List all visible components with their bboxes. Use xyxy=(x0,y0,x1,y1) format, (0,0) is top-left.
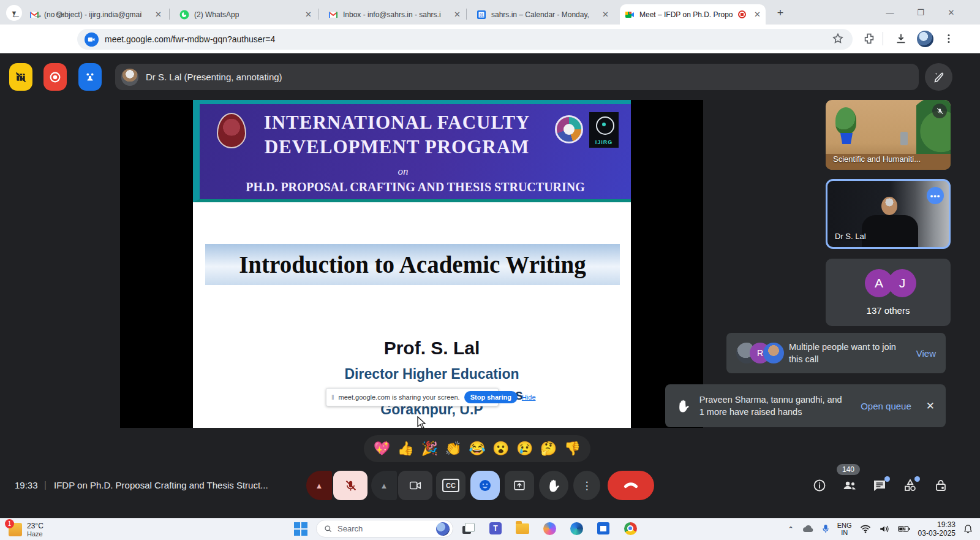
screen-share-toast: ‖ meet.google.com is sharing your screen… xyxy=(326,388,499,406)
society-emblem-logo xyxy=(555,115,583,143)
reaction-heart[interactable]: 💖 xyxy=(374,441,390,457)
screen: ▼ (no subject) - ijirg.india@gmail. ✕ (2… xyxy=(0,0,980,540)
tray-clock[interactable]: 19:33 03-03-2025 xyxy=(918,520,956,538)
camera-button[interactable] xyxy=(398,471,432,500)
slide-teal-strip xyxy=(193,100,631,104)
more-options-button[interactable]: ⋮ xyxy=(573,471,600,500)
reaction-thinking[interactable]: 🤔 xyxy=(540,441,557,457)
onedrive-cloud-icon[interactable] xyxy=(802,525,814,533)
people-button[interactable] xyxy=(842,478,858,494)
teams-icon: T xyxy=(489,522,502,534)
chrome-taskbar-button[interactable] xyxy=(622,520,638,536)
share-toast-message: meet.google.com is sharing your screen. xyxy=(339,394,460,401)
tab-close-icon[interactable]: ✕ xyxy=(305,10,312,19)
hide-link[interactable]: Hide xyxy=(522,394,536,401)
presenter-chip[interactable]: Dr S. Lal (Presenting, annotating) xyxy=(115,64,919,90)
view-button[interactable]: View xyxy=(916,348,936,359)
participant-tile-dr-s-lal[interactable]: ••• Dr S. Lal xyxy=(826,179,951,249)
mic-off-icon xyxy=(932,104,947,118)
captions-button[interactable]: CC xyxy=(436,471,466,500)
back-icon[interactable]: ← xyxy=(7,6,24,23)
chrome-menu-icon[interactable] xyxy=(942,32,957,47)
participant-video-head xyxy=(881,197,897,215)
tab-close-icon[interactable]: ✕ xyxy=(602,10,609,19)
calendar-icon: 31 xyxy=(477,10,486,20)
annotation-pen-button[interactable] xyxy=(925,63,952,91)
live-streaming-indicator-icon[interactable] xyxy=(78,63,102,91)
edge-button[interactable] xyxy=(568,520,584,536)
chrome-tab-strip: ▼ (no subject) - ijirg.india@gmail. ✕ (2… xyxy=(0,0,980,25)
reaction-thumbs-down[interactable]: 👎 xyxy=(564,441,581,457)
window-close-button[interactable]: ✕ xyxy=(939,4,963,21)
end-call-button[interactable] xyxy=(608,471,654,500)
system-tray: ⌃ ENG IN 19:33 03-03-2025 xyxy=(788,518,980,540)
mic-options-chevron[interactable]: ▲ xyxy=(306,471,332,500)
file-explorer-button[interactable] xyxy=(514,520,530,536)
reactions-button[interactable] xyxy=(470,471,500,500)
reaction-surprise[interactable]: 😮 xyxy=(492,441,509,457)
stop-sharing-button[interactable]: Stop sharing xyxy=(464,391,518,403)
extensions-icon[interactable] xyxy=(862,32,877,47)
teams-button[interactable]: T xyxy=(488,520,503,536)
task-view-button[interactable] xyxy=(461,520,477,536)
activities-button[interactable] xyxy=(903,478,919,494)
phone-down-icon xyxy=(623,477,639,493)
tile-options-button[interactable]: ••• xyxy=(927,187,944,204)
battery-icon[interactable] xyxy=(898,525,910,533)
recording-indicator-icon[interactable] xyxy=(43,63,67,91)
new-tab-button[interactable]: + xyxy=(773,6,788,20)
close-icon[interactable]: ✕ xyxy=(926,400,935,413)
meeting-details-button[interactable] xyxy=(812,478,828,494)
tab-gmail-2[interactable]: Inbox - info@sahrs.in - sahrs.in ✕ xyxy=(323,4,466,25)
reaction-cry[interactable]: 😢 xyxy=(516,441,533,457)
reload-icon[interactable]: ⟳ xyxy=(51,6,69,23)
tab-close-icon[interactable]: ✕ xyxy=(754,10,761,19)
chat-button[interactable] xyxy=(872,478,888,494)
tab-meet-active[interactable]: Meet – IFDP on Ph.D. Propo ✕ xyxy=(620,4,766,25)
open-queue-button[interactable]: Open queue xyxy=(861,401,911,411)
reaction-laugh[interactable]: 😂 xyxy=(469,441,485,457)
weather-widget[interactable]: 1 23°C Haze xyxy=(9,520,43,538)
download-icon[interactable] xyxy=(894,32,909,47)
window-restore-button[interactable]: ❐ xyxy=(908,4,933,21)
copilot-button[interactable] xyxy=(541,520,557,536)
url-text[interactable]: meet.google.com/fwr-mdbw-gqn?authuser=4 xyxy=(105,34,275,44)
raised-hands-line2: 1 more have raised hands xyxy=(699,406,842,418)
reaction-party[interactable]: 🎉 xyxy=(421,441,437,457)
reaction-thumbs-up[interactable]: 👍 xyxy=(398,441,414,457)
store-button[interactable] xyxy=(595,520,611,536)
ijirg-label: IJIRG xyxy=(595,139,613,145)
host-controls-button[interactable] xyxy=(933,478,949,494)
start-button[interactable] xyxy=(293,521,309,537)
window-minimize-button[interactable]: — xyxy=(878,4,902,21)
bookmark-star-icon[interactable] xyxy=(831,32,846,47)
others-tile[interactable]: A J 137 others xyxy=(826,259,951,326)
profile-avatar[interactable] xyxy=(917,31,933,47)
present-button[interactable] xyxy=(505,471,534,500)
wifi-icon[interactable] xyxy=(860,525,871,533)
language-indicator[interactable]: ENG IN xyxy=(837,522,852,536)
plant-decor xyxy=(835,107,856,134)
reaction-clap[interactable]: 👏 xyxy=(445,441,461,457)
tab-close-icon[interactable]: ✕ xyxy=(454,10,461,19)
camera-options-chevron[interactable]: ▲ xyxy=(371,471,397,500)
banner-line2: DEVELOPMENT PROGRAM xyxy=(236,136,557,158)
mic-tray-icon[interactable] xyxy=(822,524,829,534)
tray-chevron-icon[interactable]: ⌃ xyxy=(788,525,794,533)
address-bar[interactable]: meet.google.com/fwr-mdbw-gqn?authuser=4 xyxy=(77,29,853,50)
hand-icon: ✋ xyxy=(546,479,561,493)
tab-whatsapp[interactable]: (2) WhatsApp ✕ xyxy=(175,4,317,25)
notification-bell-icon[interactable] xyxy=(963,524,973,534)
tab-calendar[interactable]: 31 sahrs.in – Calendar - Monday, 3 ✕ xyxy=(472,4,614,25)
camera-permission-icon[interactable] xyxy=(85,32,99,47)
volume-icon[interactable] xyxy=(879,524,890,534)
slides-off-indicator-icon[interactable] xyxy=(9,63,32,91)
forward-icon[interactable]: → xyxy=(29,6,47,23)
raise-hand-button[interactable]: ✋ xyxy=(539,471,568,500)
taskbar-search[interactable]: Search xyxy=(316,520,453,538)
tab-close-icon[interactable]: ✕ xyxy=(155,10,162,19)
speaker-block: Prof. S. Lal Director Higher Education xyxy=(303,338,560,382)
mic-muted-button[interactable] xyxy=(333,471,368,500)
participant-tile-scientific[interactable]: Scientific and Humaniti... xyxy=(826,100,951,170)
presentation-stage: IJIRG INTERNATIONAL FACULTY DEVELOPMENT … xyxy=(120,100,703,428)
